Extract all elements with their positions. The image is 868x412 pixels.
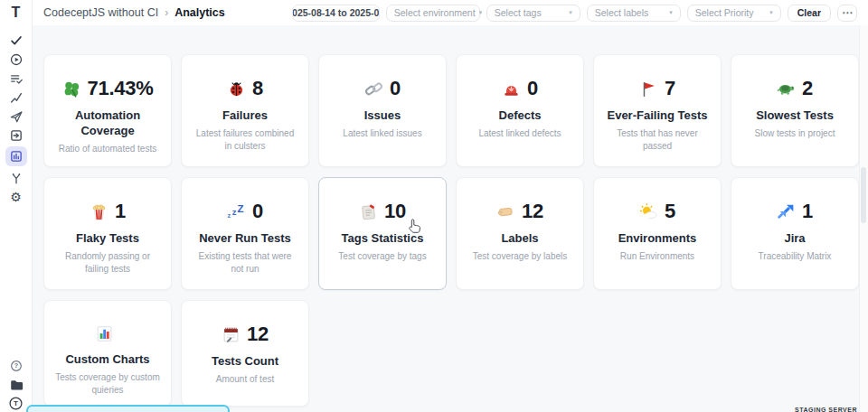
rotating-light-icon (502, 80, 521, 98)
card-value: 10 (384, 200, 406, 223)
card-tags-statistics[interactable]: 10 Tags Statistics Test coverage by tags (318, 177, 447, 290)
sidebar-item-trends[interactable] (5, 89, 27, 105)
user-avatar[interactable]: T (5, 396, 27, 411)
jira-icon (777, 202, 796, 221)
card-flaky-tests[interactable]: 1 Flaky Tests Randomly passing or failin… (43, 177, 172, 290)
card-subtitle: Test coverage by labels (469, 250, 571, 264)
page-title: Analytics (175, 6, 225, 19)
card-slowest-tests[interactable]: 2 Slowest Tests Slow tests in project (731, 54, 859, 167)
clear-filters-button[interactable]: Clear (788, 5, 831, 22)
card-title: Ever-Failing Tests (607, 108, 707, 124)
card-value: 71.43% (88, 77, 154, 100)
card-never-run-tests[interactable]: zzZ 0 Never Run Tests Existing tests tha… (181, 177, 309, 290)
svg-text:T: T (14, 399, 18, 407)
sidebar-item-help[interactable]: ? (5, 358, 27, 373)
card-subtitle: Tests coverage by custom quieries (52, 371, 164, 398)
breadcrumb: CodeceptJS without CI › Analytics (43, 6, 225, 19)
svg-text:?: ? (14, 362, 17, 370)
turtle-icon (777, 80, 796, 98)
card-issues[interactable]: 0 Issues Latest linked issues (318, 54, 447, 167)
card-ever-failing-tests[interactable]: 7 Ever-Failing Tests Tests that has neve… (593, 54, 722, 167)
date-range-button[interactable]: 2025-08-14 to 2025-09 (292, 5, 380, 22)
tags-placeholder: Select tags (495, 7, 542, 18)
card-custom-charts[interactable]: Custom Charts Tests coverage by custom q… (43, 300, 172, 407)
avatar-icon: T (8, 396, 24, 411)
sidebar-item-branches[interactable] (5, 170, 27, 185)
card-value: 12 (247, 323, 269, 346)
scrollbar-thumb[interactable] (861, 167, 866, 223)
sidebar-item-runs[interactable] (5, 52, 27, 67)
card-title: Flaky Tests (76, 231, 139, 247)
card-title: Tags Statistics (342, 231, 424, 247)
labels-select[interactable]: Select labels ▾ (587, 5, 681, 22)
sidebar-item-projects[interactable] (5, 377, 27, 392)
svg-text:z: z (228, 211, 231, 220)
card-subtitle: Randomly passing or failing tests (52, 250, 164, 276)
environment-select[interactable]: Select environment ▾ (386, 5, 480, 22)
bookmark-tabs-icon (359, 202, 378, 221)
clover-icon (62, 80, 81, 98)
card-subtitle: Latest linked defects (475, 127, 564, 141)
card-value: 5 (665, 200, 675, 223)
card-labels[interactable]: 12 Labels Test coverage by labels (456, 177, 584, 290)
card-value: 1 (115, 200, 126, 223)
filter-bar: 2025-08-14 to 2025-09 Select environment… (292, 5, 857, 22)
labels-placeholder: Select labels (595, 7, 649, 18)
card-subtitle: Tests that has never passed (601, 127, 713, 154)
gear-icon: ⚙ (10, 191, 22, 203)
card-title: Defects (499, 108, 542, 124)
chevron-down-icon: ▾ (479, 9, 483, 16)
sidebar-item-tests[interactable] (5, 33, 27, 48)
svg-text:Z: Z (238, 202, 244, 213)
card-subtitle: Amount of test (212, 373, 278, 387)
card-defects[interactable]: 0 Defects Latest linked defects (456, 54, 584, 167)
card-title: Custom Charts (65, 352, 149, 368)
inbox-arrow-icon (9, 128, 24, 143)
zzz-icon: zzZ (227, 202, 246, 221)
sidebar-item-settings[interactable]: ⚙ (5, 189, 27, 204)
chevron-down-icon: ▾ (669, 9, 673, 16)
priority-select[interactable]: Select Priority ▾ (687, 5, 781, 22)
card-title: Jira (784, 231, 805, 247)
analytics-content: 71.43% Automation Coverage Ratio of auto… (33, 25, 868, 412)
priority-placeholder: Select Priority (695, 7, 754, 18)
card-jira[interactable]: 1 Jira Traceability Matrix (731, 177, 859, 290)
scrollbar-track[interactable] (859, 25, 868, 412)
branch-icon (9, 171, 24, 185)
card-title: Environments (618, 231, 697, 247)
card-title: Labels (501, 231, 538, 247)
card-value: 8 (252, 77, 263, 100)
card-subtitle: Test coverage by tags (335, 250, 429, 264)
more-options-button[interactable]: ⋯ (837, 5, 857, 22)
card-subtitle: Slow tests in project (751, 127, 839, 141)
folder-icon (9, 378, 24, 392)
bar-chart-icon (95, 324, 114, 343)
label-icon (496, 202, 515, 221)
tags-select[interactable]: Select tags ▾ (486, 5, 580, 22)
card-subtitle: Latest linked issues (339, 127, 425, 141)
card-subtitle: Traceability Matrix (755, 250, 835, 264)
sidebar-item-plans[interactable] (5, 70, 27, 86)
app-logo[interactable]: T (12, 4, 21, 22)
card-failures[interactable]: 8 Failures Latest failures combined in c… (181, 54, 309, 167)
sidebar-item-pulls[interactable] (5, 127, 27, 143)
environment-placeholder: Select environment (394, 7, 476, 18)
check-icon (9, 33, 24, 48)
card-title: Slowest Tests (756, 108, 834, 124)
card-environments[interactable]: 5 Environments Run Environments (593, 177, 722, 290)
trend-icon (9, 90, 24, 105)
card-tests-count[interactable]: 12 Tests Count Amount of test (181, 300, 309, 407)
sidebar-item-releases[interactable] (5, 108, 27, 124)
card-subtitle: Ratio of automated tests (55, 143, 160, 156)
card-title: Automation Coverage (52, 108, 164, 139)
metric-card-grid: 71.43% Automation Coverage Ratio of auto… (43, 54, 859, 407)
svg-text:z: z (232, 206, 237, 216)
card-automation-coverage[interactable]: 71.43% Automation Coverage Ratio of auto… (43, 54, 172, 167)
breadcrumb-project[interactable]: CodeceptJS without CI (43, 6, 158, 19)
card-value: 0 (252, 200, 263, 223)
card-title: Failures (222, 108, 268, 124)
card-value: 2 (802, 77, 813, 100)
analytics-chart-icon (9, 149, 24, 164)
help-circle-icon: ? (9, 359, 24, 373)
sidebar-item-analytics[interactable] (5, 146, 27, 166)
